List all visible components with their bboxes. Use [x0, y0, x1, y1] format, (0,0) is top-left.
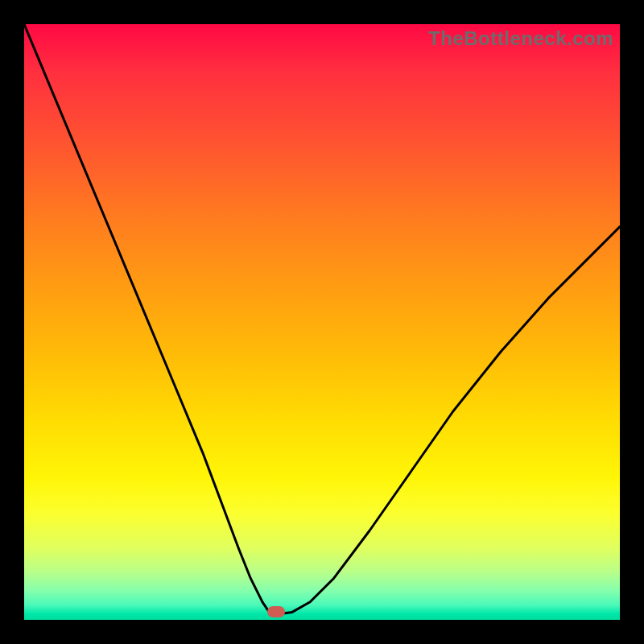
chart-frame: TheBottleneck.com [0, 0, 644, 644]
bottleneck-curve [24, 24, 620, 620]
optimal-point-marker [267, 606, 285, 617]
curve-path [24, 24, 620, 614]
plot-area: TheBottleneck.com [24, 24, 620, 620]
